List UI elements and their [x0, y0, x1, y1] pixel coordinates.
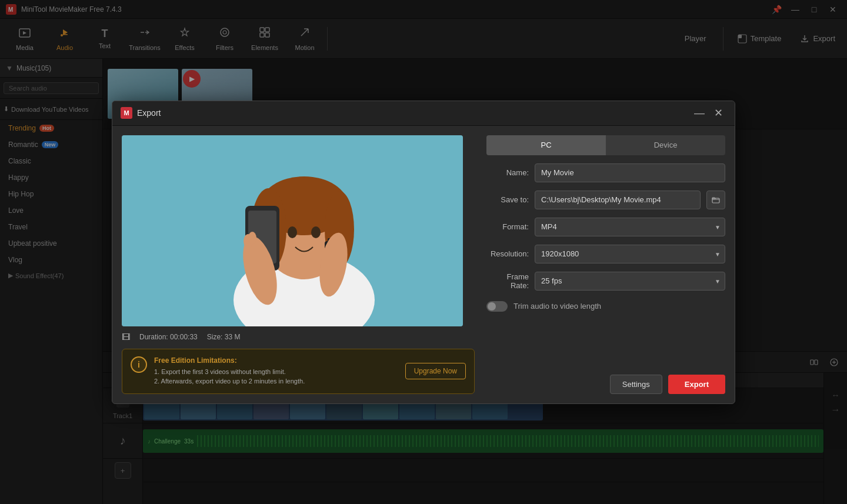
export-action-button[interactable]: Export	[668, 375, 725, 394]
resolution-field-row: Resolution: 1920x1080 1280x720 3840x2160…	[486, 245, 725, 263]
format-select[interactable]: MP4 MOV AVI MKV WMV GIF	[535, 218, 725, 236]
warning-icon: i	[131, 356, 147, 373]
save-to-label: Save to:	[486, 195, 529, 204]
upgrade-now-button[interactable]: Upgrade Now	[405, 363, 466, 379]
preview-image	[122, 135, 463, 326]
framerate-label: Frame Rate:	[486, 272, 529, 290]
film-icon: 🎞	[122, 332, 130, 342]
name-input[interactable]	[535, 163, 725, 182]
dialog-header: M Export — ✕	[112, 101, 735, 126]
settings-button[interactable]: Settings	[610, 375, 662, 394]
warning-line2: 2. Afterwards, export video up to 2 minu…	[154, 376, 398, 386]
dialog-footer: Settings Export	[486, 375, 725, 394]
toggle-thumb	[488, 302, 496, 311]
dialog-body: 🎞 Duration: 00:00:33 Size: 33 M i Free E…	[112, 126, 735, 403]
format-select-wrapper: MP4 MOV AVI MKV WMV GIF ▼	[535, 218, 725, 236]
dialog-overlay: M Export — ✕	[0, 0, 847, 504]
dialog-logo: M	[121, 107, 132, 119]
framerate-field-row: Frame Rate: 25 fps 24 fps 30 fps 60 fps …	[486, 272, 725, 291]
format-label: Format:	[486, 222, 529, 231]
resolution-select-wrapper: 1920x1080 1280x720 3840x2160 720x480 ▼	[535, 245, 725, 263]
export-tab-row: PC Device	[486, 135, 725, 155]
format-field-row: Format: MP4 MOV AVI MKV WMV GIF ▼	[486, 218, 725, 236]
framerate-select-wrapper: 25 fps 24 fps 30 fps 60 fps ▼	[535, 272, 725, 291]
export-dialog: M Export — ✕	[112, 101, 735, 404]
browse-button[interactable]	[706, 191, 725, 209]
warning-title: Free Edition Limitations:	[154, 356, 398, 365]
warning-line1: 1. Export the first 3 videos without len…	[154, 367, 398, 377]
dialog-preview: 🎞 Duration: 00:00:33 Size: 33 M i Free E…	[122, 135, 475, 394]
name-field-row: Name:	[486, 163, 725, 182]
trim-audio-label: Trim audio to video length	[513, 302, 601, 311]
dialog-preview-video	[122, 135, 463, 326]
duration-info: Duration: 00:00:33	[139, 333, 198, 341]
dialog-preview-info: 🎞 Duration: 00:00:33 Size: 33 M	[122, 332, 475, 342]
dialog-close-button[interactable]: ✕	[710, 105, 726, 121]
svg-point-40	[248, 232, 256, 245]
svg-point-32	[311, 226, 321, 238]
resolution-select[interactable]: 1920x1080 1280x720 3840x2160 720x480	[535, 245, 725, 263]
dialog-settings: PC Device Name: Save to:	[486, 135, 725, 394]
save-to-field-row: Save to:	[486, 191, 725, 209]
tab-pc[interactable]: PC	[486, 135, 606, 155]
dialog-minimize-button[interactable]: —	[691, 105, 708, 121]
warning-content: Free Edition Limitations: 1. Export the …	[154, 356, 398, 386]
name-label: Name:	[486, 168, 529, 177]
framerate-select[interactable]: 25 fps 24 fps 30 fps 60 fps	[535, 272, 725, 291]
folder-icon	[712, 196, 720, 204]
tab-device[interactable]: Device	[606, 135, 725, 155]
save-to-input[interactable]	[535, 191, 701, 209]
warning-box: i Free Edition Limitations: 1. Export th…	[122, 349, 475, 394]
svg-point-31	[288, 226, 297, 238]
trim-audio-row: Trim audio to video length	[486, 301, 725, 312]
dialog-title: Export	[137, 108, 691, 118]
dialog-logo-char: M	[124, 109, 129, 116]
size-info: Size: 33 M	[207, 333, 241, 341]
trim-audio-toggle[interactable]	[486, 301, 508, 312]
resolution-label: Resolution:	[486, 249, 529, 258]
